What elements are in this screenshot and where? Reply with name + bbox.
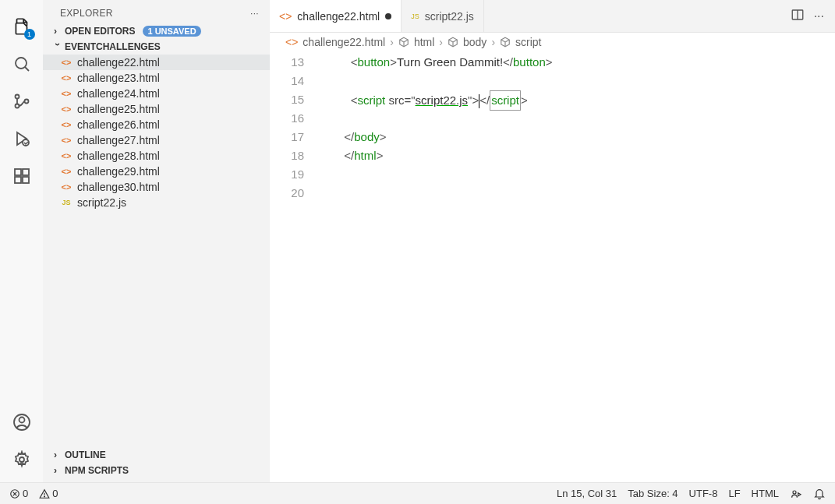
- status-language[interactable]: HTML: [752, 488, 779, 499]
- editor-tab[interactable]: <>challenge22.html: [270, 0, 402, 32]
- svg-point-3: [15, 104, 19, 108]
- dirty-indicator-icon: [385, 13, 391, 19]
- symbol-icon: [448, 37, 458, 48]
- symbol-icon: [500, 37, 511, 48]
- explorer-badge: 1: [24, 29, 35, 40]
- file-item[interactable]: <>challenge29.html: [43, 164, 270, 179]
- bell-icon[interactable]: [813, 488, 826, 500]
- file-name: challenge26.html: [77, 118, 160, 131]
- editor-more-icon[interactable]: ···: [814, 9, 824, 23]
- html-file-icon: <>: [60, 72, 73, 84]
- status-tabsize[interactable]: Tab Size: 4: [628, 488, 678, 499]
- svg-point-11: [19, 418, 24, 423]
- html-file-icon: <>: [60, 87, 73, 100]
- html-file-icon: <>: [60, 134, 73, 146]
- unsaved-badge: 1 UNSAVED: [143, 26, 200, 37]
- file-item[interactable]: <>challenge25.html: [43, 101, 270, 117]
- file-item[interactable]: <>challenge27.html: [43, 132, 270, 148]
- svg-rect-6: [15, 169, 21, 175]
- split-editor-icon[interactable]: [791, 8, 805, 25]
- file-name: challenge25.html: [77, 103, 160, 115]
- status-eol[interactable]: LF: [728, 488, 740, 499]
- file-name: challenge24.html: [77, 87, 160, 100]
- folder-section[interactable]: › EVENTCHALLENGES: [43, 39, 270, 55]
- html-file-icon: <>: [60, 118, 73, 131]
- svg-point-4: [24, 100, 28, 104]
- activity-bar: 1: [0, 0, 43, 482]
- outline-label: OUTLINE: [65, 449, 106, 460]
- file-item[interactable]: JSscript22.js: [43, 195, 270, 210]
- open-editors-section[interactable]: › OPEN EDITORS 1 UNSAVED: [43, 23, 270, 39]
- file-name: challenge30.html: [77, 181, 160, 193]
- svg-line-1: [25, 67, 29, 71]
- source-control-icon[interactable]: [10, 90, 34, 113]
- status-position[interactable]: Ln 15, Col 31: [557, 488, 617, 499]
- file-name: script22.js: [77, 196, 126, 209]
- svg-point-19: [44, 496, 45, 497]
- breadcrumb-1[interactable]: body: [463, 36, 486, 48]
- file-item[interactable]: <>challenge23.html: [43, 70, 270, 86]
- html-file-icon: <>: [285, 36, 298, 48]
- status-warnings[interactable]: 0: [39, 488, 58, 499]
- html-file-icon: <>: [60, 165, 73, 178]
- settings-gear-icon[interactable]: [10, 448, 34, 471]
- run-debug-icon[interactable]: [10, 127, 34, 150]
- file-name: challenge28.html: [77, 150, 160, 162]
- file-item[interactable]: <>challenge28.html: [43, 148, 270, 164]
- svg-point-20: [793, 491, 796, 494]
- html-file-icon: <>: [60, 103, 73, 115]
- search-icon[interactable]: [10, 52, 34, 76]
- editor-region: <>challenge22.htmlJSscript22.js ··· <> c…: [270, 0, 835, 482]
- svg-point-2: [15, 95, 19, 99]
- svg-point-12: [19, 457, 24, 462]
- chevron-right-icon: ›: [54, 449, 62, 460]
- html-file-icon: <>: [279, 10, 292, 23]
- tab-bar: <>challenge22.htmlJSscript22.js ···: [270, 0, 835, 33]
- sidebar: EXPLORER ··· › OPEN EDITORS 1 UNSAVED › …: [43, 0, 270, 482]
- outline-section[interactable]: › OUTLINE: [43, 447, 270, 463]
- npm-label: NPM SCRIPTS: [65, 465, 129, 476]
- js-file-icon: JS: [60, 196, 73, 209]
- file-name: challenge22.html: [77, 56, 160, 69]
- svg-rect-7: [15, 177, 21, 183]
- status-encoding[interactable]: UTF-8: [689, 488, 718, 499]
- file-item[interactable]: <>challenge30.html: [43, 179, 270, 195]
- file-item[interactable]: <>challenge22.html: [43, 55, 270, 70]
- account-icon[interactable]: [10, 411, 34, 434]
- html-file-icon: <>: [60, 181, 73, 193]
- folder-name: EVENTCHALLENGES: [65, 41, 161, 52]
- file-name: challenge23.html: [77, 72, 160, 84]
- breadcrumbs[interactable]: <> challenge22.html › html › body › scri…: [270, 33, 835, 51]
- extensions-icon[interactable]: [10, 164, 34, 188]
- tab-label: script22.js: [425, 10, 474, 23]
- tab-label: challenge22.html: [297, 10, 380, 23]
- svg-rect-8: [23, 177, 29, 183]
- chevron-right-icon: ›: [54, 26, 62, 37]
- status-bar: 0 0 Ln 15, Col 31 Tab Size: 4 UTF-8 LF H…: [0, 482, 835, 504]
- feedback-icon[interactable]: [790, 488, 802, 500]
- sidebar-title: EXPLORER: [60, 8, 113, 19]
- file-name: challenge27.html: [77, 134, 160, 146]
- breadcrumb-2[interactable]: script: [515, 36, 541, 48]
- file-name: challenge29.html: [77, 165, 160, 178]
- file-item[interactable]: <>challenge24.html: [43, 86, 270, 101]
- npm-scripts-section[interactable]: › NPM SCRIPTS: [43, 463, 270, 482]
- svg-point-0: [16, 58, 27, 69]
- file-item[interactable]: <>challenge26.html: [43, 117, 270, 132]
- file-tree: <>challenge22.html<>challenge23.html<>ch…: [43, 55, 270, 447]
- breadcrumb-0[interactable]: html: [414, 36, 434, 48]
- explorer-icon[interactable]: 1: [10, 15, 34, 38]
- symbol-icon: [398, 37, 409, 48]
- open-editors-label: OPEN EDITORS: [65, 26, 135, 37]
- chevron-down-icon: ›: [52, 43, 63, 51]
- js-file-icon: JS: [411, 12, 419, 20]
- editor-tab[interactable]: JSscript22.js: [402, 0, 484, 32]
- svg-rect-9: [23, 169, 29, 175]
- code-editor[interactable]: 1314151617181920 <button>Turn Green Damm…: [270, 51, 835, 203]
- breadcrumb-file[interactable]: challenge22.html: [303, 36, 385, 48]
- chevron-right-icon: ›: [54, 465, 62, 476]
- html-file-icon: <>: [60, 56, 73, 69]
- status-errors[interactable]: 0: [9, 488, 28, 499]
- sidebar-more-icon[interactable]: ···: [250, 8, 259, 19]
- html-file-icon: <>: [60, 150, 73, 162]
